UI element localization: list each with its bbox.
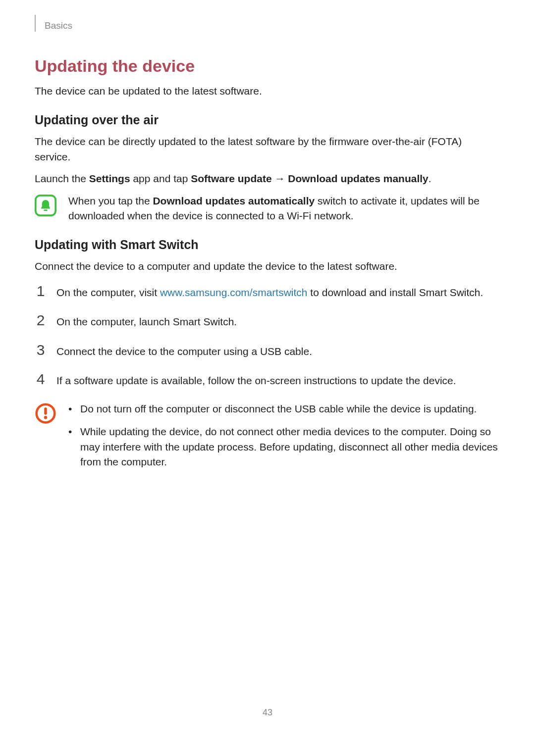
step-number: 1 bbox=[35, 284, 47, 299]
ota-paragraph-2: Launch the Settings app and tap Software… bbox=[35, 171, 500, 186]
smartswitch-intro: Connect the device to a computer and upd… bbox=[35, 259, 500, 274]
step-body: Connect the device to the computer using… bbox=[56, 343, 500, 359]
caution-item: • While updating the device, do not conn… bbox=[68, 424, 500, 469]
ota-p2-software-update: Software update bbox=[191, 173, 271, 184]
step-3: 3 Connect the device to the computer usi… bbox=[35, 343, 500, 359]
caution-item: • Do not turn off the computer or discon… bbox=[68, 402, 500, 416]
intro-paragraph: The device can be updated to the latest … bbox=[35, 84, 500, 98]
caution-text: While updating the device, do not connec… bbox=[80, 424, 500, 469]
ota-p2-download-manually: Download updates manually bbox=[288, 173, 428, 184]
step-4: 4 If a software update is available, fol… bbox=[35, 372, 500, 388]
step-2: 2 On the computer, launch Smart Switch. bbox=[35, 313, 500, 329]
note-icon bbox=[35, 195, 56, 216]
step1-post: to download and install Smart Switch. bbox=[308, 287, 483, 298]
ota-p2-mid: app and tap bbox=[130, 173, 191, 184]
steps-list: 1 On the computer, visit www.samsung.com… bbox=[35, 284, 500, 389]
svg-rect-3 bbox=[44, 407, 47, 415]
chapter-header: Basics bbox=[35, 15, 500, 32]
ota-p2-post: . bbox=[428, 173, 431, 184]
ota-p2-settings: Settings bbox=[89, 173, 130, 184]
ota-paragraph-1: The device can be directly updated to th… bbox=[35, 134, 500, 164]
note-pre: When you tap the bbox=[68, 195, 153, 206]
caution-block: • Do not turn off the computer or discon… bbox=[35, 402, 500, 478]
smartswitch-heading: Updating with Smart Switch bbox=[35, 238, 500, 252]
bullet-dot: • bbox=[68, 402, 73, 416]
note-block: When you tap the Download updates automa… bbox=[35, 194, 500, 224]
bullet-dot: • bbox=[68, 424, 73, 469]
step-1: 1 On the computer, visit www.samsung.com… bbox=[35, 284, 500, 300]
ota-p2-pre: Launch the bbox=[35, 173, 89, 184]
page-container: Basics Updating the device The device ca… bbox=[0, 0, 535, 738]
smartswitch-link[interactable]: www.samsung.com/smartswitch bbox=[160, 287, 308, 298]
step-number: 4 bbox=[35, 372, 47, 387]
caution-icon bbox=[35, 403, 56, 424]
page-number: 43 bbox=[0, 707, 535, 718]
step-number: 2 bbox=[35, 313, 47, 328]
step1-pre: On the computer, visit bbox=[56, 287, 160, 298]
caution-text: Do not turn off the computer or disconne… bbox=[80, 402, 500, 416]
page-title: Updating the device bbox=[35, 56, 500, 76]
svg-point-4 bbox=[44, 416, 47, 419]
note-bold: Download updates automatically bbox=[153, 195, 315, 206]
chapter-label: Basics bbox=[45, 20, 72, 31]
svg-rect-1 bbox=[44, 209, 47, 211]
ota-heading: Updating over the air bbox=[35, 113, 500, 127]
note-text: When you tap the Download updates automa… bbox=[68, 194, 500, 224]
step-body: On the computer, visit www.samsung.com/s… bbox=[56, 284, 500, 300]
step-number: 3 bbox=[35, 343, 47, 357]
step-body: On the computer, launch Smart Switch. bbox=[56, 313, 500, 329]
arrow-icon: → bbox=[272, 173, 288, 184]
step-body: If a software update is available, follo… bbox=[56, 372, 500, 388]
caution-list: • Do not turn off the computer or discon… bbox=[68, 402, 500, 478]
